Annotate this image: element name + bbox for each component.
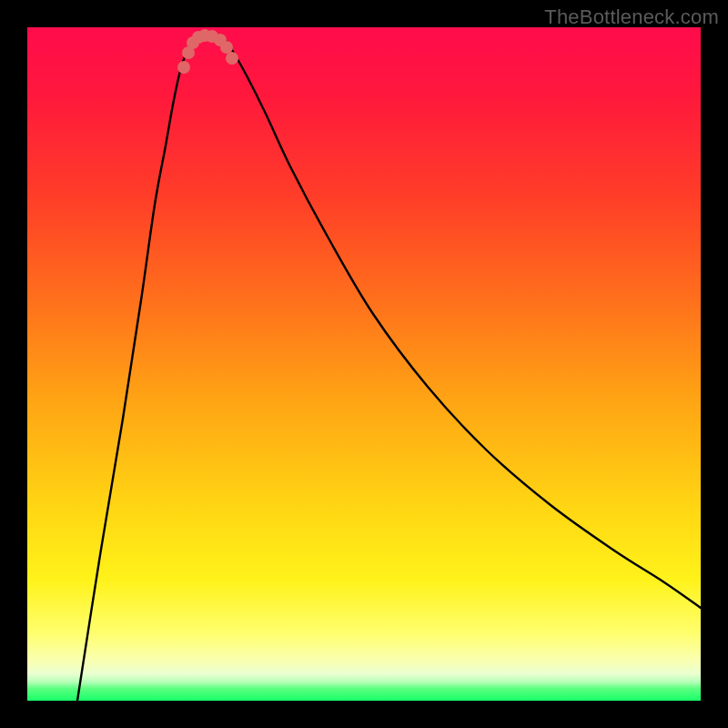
valley-dots — [177, 29, 238, 74]
plot-area — [27, 27, 701, 701]
valley-dot — [220, 41, 233, 54]
chart-frame: TheBottleneck.com — [0, 0, 728, 728]
valley-dot — [226, 52, 238, 65]
valley-dot — [177, 61, 190, 74]
curve-left-branch — [77, 35, 200, 701]
watermark-text: TheBottleneck.com — [544, 5, 719, 29]
curves-layer — [27, 27, 701, 701]
curve-right-branch — [220, 35, 701, 608]
